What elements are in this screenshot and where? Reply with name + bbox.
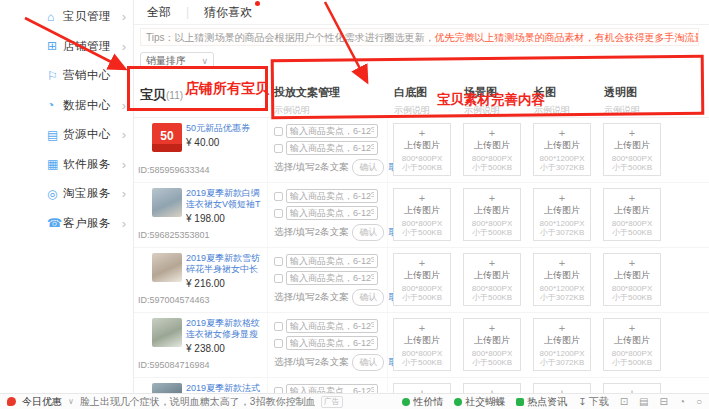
checkbox[interactable]	[274, 322, 283, 331]
selling-point-input[interactable]	[286, 319, 378, 333]
copy-hint-row: 选择/填写2条文案 确认 取消	[274, 159, 387, 176]
checkbox[interactable]	[274, 274, 283, 283]
upload-cell: + 上传图片 800*800PX 小于500KB	[388, 183, 458, 247]
bottom-bar-app[interactable]: 热点资讯	[516, 395, 567, 409]
confirm-button[interactable]: 确认	[352, 354, 384, 371]
product-thumbnail[interactable]	[152, 188, 182, 217]
product-title-link[interactable]: 2019夏季新款雪纺碎花半身裙女中长款显瘦极白	[186, 253, 265, 275]
confirm-button[interactable]: 确认	[352, 224, 384, 241]
upload-image-button[interactable]: + 上传图片 800*800PX 小于500KB	[393, 383, 451, 393]
upload-cell: + 上传图片 800*800PX 小于500KB	[598, 248, 668, 312]
upload-image-button[interactable]: + 上传图片 800*800PX 小于500KB	[463, 318, 521, 371]
upload-image-button[interactable]: + 上传图片 800*800PX 小于500KB	[603, 188, 661, 241]
upload-image-button[interactable]: + 上传图片 800*800PX 小于500KB	[393, 188, 451, 241]
sidebar-item-customer-services[interactable]: ☎ 客户服务 ›	[38, 209, 133, 239]
confirm-button[interactable]: 确认	[352, 289, 384, 306]
selling-point-input[interactable]	[286, 336, 378, 350]
example-link[interactable]: 示例说明	[274, 104, 388, 117]
upload-image-button[interactable]: + 上传图片 800*800PX 小于500KB	[463, 188, 521, 241]
history-icon[interactable]: ◔	[679, 396, 685, 407]
product-title-link[interactable]: 50元新品优惠券	[186, 123, 250, 134]
copy-hint-row: 选择/填写2条文案 确认 取消	[274, 289, 387, 306]
hot-deal-label[interactable]: 今日优惠	[22, 395, 62, 409]
sidebar-item-data-center[interactable]: ◔ 数据中心 ›	[38, 91, 133, 121]
copy-panel: 选择/填写2条文案 确认 取消	[268, 248, 388, 312]
upload-size-spec: 800*800PX	[402, 349, 442, 358]
example-link[interactable]: 示例说明	[604, 104, 668, 117]
sidebar-item-label: 淘宝服务	[63, 186, 122, 201]
upload-cell: + 上传图片 800*800PX 小于500KB	[598, 118, 668, 182]
news-ticker[interactable]: 脸上出现几个症状，说明血糖太高了，3招教你控制血糖	[80, 395, 315, 409]
copy-hint: 选择/填写2条文案	[274, 356, 348, 369]
upload-image-button[interactable]: + 上传图片 800*800PX 小于500KB	[463, 383, 521, 393]
selling-point-input[interactable]	[286, 206, 378, 220]
copy-hint: 选择/填写2条文案	[274, 226, 348, 239]
confirm-button[interactable]: 确认	[352, 159, 384, 176]
checkbox[interactable]	[274, 144, 283, 153]
sidebar-item-label: 数据中心	[63, 98, 122, 113]
upload-image-button[interactable]: + 上传图片 800*800PX 小于500KB	[393, 123, 451, 176]
product-thumbnail[interactable]	[152, 253, 182, 282]
selling-point-row	[274, 319, 387, 333]
sidebar-item-product-management[interactable]: ⌂ 宝贝管理 ›	[38, 2, 133, 32]
upload-image-button[interactable]: + 上传图片 800*800PX 小于500KB	[393, 253, 451, 306]
checkbox[interactable]	[274, 209, 283, 218]
checkbox[interactable]	[274, 192, 283, 201]
download-button[interactable]: ↧ 下载	[578, 395, 608, 409]
product-cell: 2019夏季新款雪纺碎花半身裙女中长款显瘦极白 ¥ 216.00 ID:5970…	[134, 248, 268, 312]
tab-bar: 全部 | 猜你喜欢	[134, 0, 709, 25]
chevron-down-icon[interactable]: ∨	[68, 397, 74, 406]
upload-limit-spec: 小于500KB	[612, 163, 652, 172]
chevron-right-icon: ›	[122, 9, 126, 24]
minimize-icon[interactable]: ⊟	[660, 396, 668, 407]
upload-image-button[interactable]: + 上传图片 800*800PX 小于500KB	[603, 123, 661, 176]
selling-point-input[interactable]	[286, 124, 378, 138]
checkbox[interactable]	[274, 257, 283, 266]
upload-image-button[interactable]: + 上传图片 800*1200PX 小于3072KB	[533, 383, 591, 393]
upload-image-button[interactable]: + 上传图片 800*1200PX 小于3072KB	[533, 123, 591, 176]
sidebar-item-marketing-center[interactable]: ⚐ 营销中心	[38, 61, 133, 91]
upload-image-button[interactable]: + 上传图片 800*800PX 小于500KB	[463, 123, 521, 176]
selling-point-input[interactable]	[286, 254, 378, 268]
bottom-bar-app[interactable]: 性价情	[402, 395, 443, 409]
app-dot-icon	[516, 398, 524, 406]
upload-image-button[interactable]: + 上传图片 800*800PX 小于500KB	[603, 253, 661, 306]
upload-image-button[interactable]: + 上传图片 800*800PX 小于500KB	[463, 253, 521, 306]
table-row: 2019夏季新款白绸连衣裙女V领短袖T恤中长款 ¥ 198.00 ID:5968…	[134, 183, 709, 248]
product-title-link[interactable]: 2019夏季新款格纹连衣裙女修身显瘦小众网红	[186, 318, 265, 340]
sidebar-item-shop-management[interactable]: ⊞ 店铺管理 ›	[38, 32, 133, 62]
upload-image-button[interactable]: + 上传图片 800*1200PX 小于3072KB	[533, 318, 591, 371]
upload-image-button[interactable]: + 上传图片 800*1200PX 小于3072KB	[533, 188, 591, 241]
checkbox[interactable]	[274, 127, 283, 136]
bottom-bar-app[interactable]: 社交蝴蝶	[454, 395, 505, 409]
main-content: 全部 | 猜你喜欢 Tips：以上猜测场景的商品会根据用户个性化需求进行圈选更新…	[134, 0, 709, 393]
selling-point-input[interactable]	[286, 271, 378, 285]
upload-image-button[interactable]: + 上传图片 800*800PX 小于500KB	[603, 383, 661, 393]
product-title-link[interactable]: 2019夏季新款法式复古连衣裙女中长款收腰显瘦	[186, 383, 265, 393]
upload-image-button[interactable]: + 上传图片 800*800PX 小于500KB	[393, 318, 451, 371]
upload-label: 上传图片	[474, 204, 510, 217]
selling-point-input[interactable]	[286, 141, 378, 155]
upload-image-button[interactable]: + 上传图片 800*1200PX 小于3072KB	[533, 253, 591, 306]
sort-dropdown[interactable]: 销量排序 ∨	[140, 52, 214, 69]
circle-icon[interactable]: ○	[696, 396, 702, 407]
product-thumbnail[interactable]	[152, 318, 182, 347]
apps-grid-icon[interactable]: ▤	[639, 396, 648, 407]
upload-size-spec: 800*800PX	[612, 219, 652, 228]
notification-dot	[255, 1, 260, 6]
sidebar-item-taobao-services[interactable]: ◎ 淘宝服务 ›	[38, 179, 133, 209]
product-thumbnail[interactable]	[152, 383, 182, 393]
product-title-link[interactable]: 2019夏季新款白绸连衣裙女V领短袖T恤中长款	[186, 188, 265, 210]
selling-point-input[interactable]	[286, 189, 378, 203]
product-thumbnail[interactable]: 50	[152, 123, 182, 152]
selling-point-input[interactable]	[286, 384, 378, 393]
sidebar-item-supply-center[interactable]: ▤ 货源中心 ›	[38, 120, 133, 150]
product-id: ID:597004574463	[138, 295, 210, 305]
sidebar-item-software-services[interactable]: ▦ 软件服务 ›	[38, 150, 133, 180]
tab-guess-you-like[interactable]: 猜你喜欢	[204, 4, 252, 21]
screenshot-icon[interactable]: ⊡	[620, 396, 628, 407]
tab-all[interactable]: 全部	[147, 4, 171, 21]
upload-image-button[interactable]: + 上传图片 800*800PX 小于500KB	[603, 318, 661, 371]
checkbox[interactable]	[274, 339, 283, 348]
upload-label: 上传图片	[404, 334, 440, 347]
